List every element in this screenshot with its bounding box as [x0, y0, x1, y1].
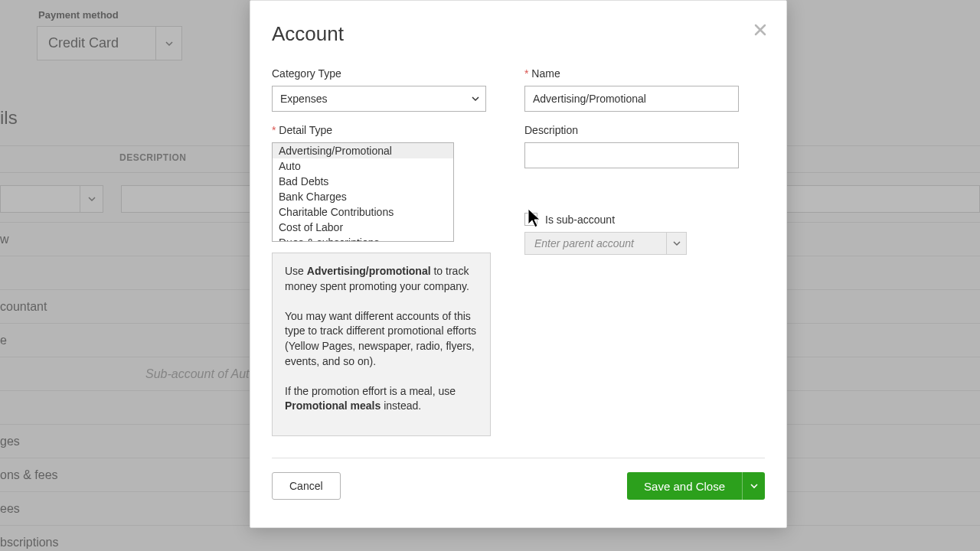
category-type-value: Expenses	[280, 93, 478, 105]
account-modal: Account Category Type Expenses Detail Ty…	[250, 0, 787, 528]
category-type-select[interactable]: Expenses	[272, 86, 486, 112]
parent-account-select[interactable]: Enter parent account	[524, 232, 687, 255]
detail-type-option[interactable]: Bad Debts	[273, 174, 453, 189]
category-type-label: Category Type	[272, 67, 491, 80]
save-options-dropdown[interactable]	[742, 472, 765, 500]
detail-type-option[interactable]: Cost of Labor	[273, 220, 453, 235]
modal-title: Account	[272, 22, 765, 46]
detail-type-help: Use Advertising/promotional to track mon…	[272, 253, 491, 436]
save-and-close-button[interactable]: Save and Close	[627, 472, 742, 500]
description-label: Description	[524, 124, 739, 136]
cancel-button[interactable]: Cancel	[272, 472, 341, 500]
close-button[interactable]	[750, 19, 771, 41]
save-and-close-split-button: Save and Close	[627, 472, 765, 500]
name-input[interactable]	[524, 86, 739, 112]
detail-type-option[interactable]: Dues & subscriptions	[273, 235, 453, 242]
modal-footer: Cancel Save and Close	[272, 472, 765, 500]
parent-account-placeholder: Enter parent account	[525, 237, 666, 249]
detail-type-option[interactable]: Charitable Contributions	[273, 204, 453, 220]
detail-type-option[interactable]: Bank Charges	[273, 189, 453, 204]
is-sub-account-checkbox[interactable]	[524, 213, 537, 226]
detail-type-label: Detail Type	[272, 124, 491, 136]
detail-type-listbox[interactable]: Advertising/PromotionalAutoBad DebtsBank…	[272, 142, 454, 242]
detail-type-option[interactable]: Advertising/Promotional	[273, 143, 453, 158]
footer-separator	[272, 458, 765, 458]
description-input[interactable]	[524, 142, 739, 168]
chevron-down-icon	[666, 233, 686, 254]
is-sub-account-label: Is sub-account	[545, 214, 615, 226]
name-label: Name	[524, 67, 739, 80]
chevron-down-icon	[472, 95, 479, 103]
detail-type-option[interactable]: Auto	[273, 158, 453, 174]
